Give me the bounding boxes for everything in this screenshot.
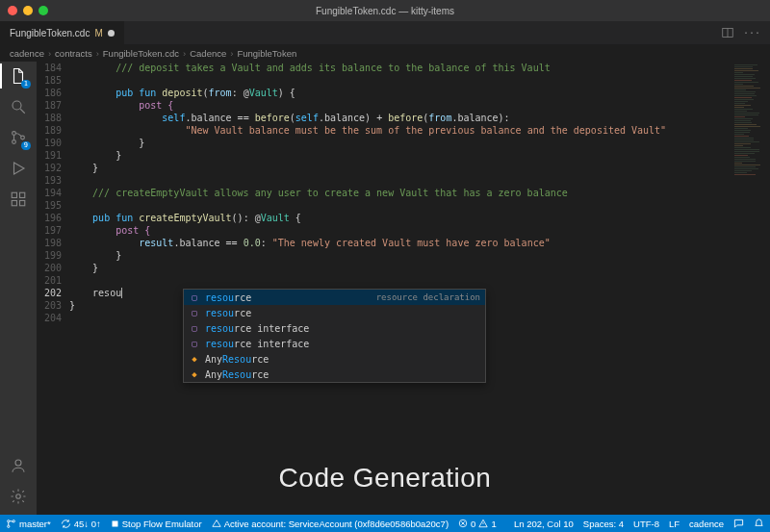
tab-bar: FungibleToken.cdc M ··· — [0, 21, 770, 44]
svg-point-2 — [13, 101, 21, 110]
status-bar: master* 45↓ 0↑ Stop Flow Emulator Active… — [0, 515, 770, 532]
line-number: 186 — [37, 87, 62, 99]
suggest-label: resource — [205, 291, 372, 304]
svg-rect-8 — [12, 192, 16, 197]
status-indentation[interactable]: Spaces: 4 — [583, 519, 624, 529]
text-cursor — [121, 288, 122, 298]
svg-point-4 — [13, 132, 16, 136]
breadcrumb-item[interactable]: contracts — [55, 48, 92, 59]
line-number: 203 — [37, 299, 62, 312]
suggest-label: AnyResource — [205, 353, 475, 366]
svg-rect-17 — [112, 520, 117, 526]
struct-icon: ◆ — [189, 353, 200, 365]
line-number: 197 — [37, 224, 62, 237]
line-number: 187 — [37, 99, 62, 112]
svg-point-6 — [21, 136, 25, 139]
struct-icon: ◆ — [189, 368, 200, 380]
suggest-item[interactable]: ▢resource — [184, 305, 485, 320]
svg-marker-7 — [14, 163, 25, 174]
line-number: 200 — [37, 262, 62, 274]
suggest-item[interactable]: ▢resource interface — [184, 336, 485, 351]
line-number: 204 — [37, 312, 62, 324]
suggest-label: resource — [205, 307, 475, 319]
breadcrumb-item[interactable]: FungibleToken.cdc — [103, 48, 179, 59]
more-actions-icon[interactable]: ··· — [743, 28, 760, 38]
line-number: 191 — [37, 149, 62, 162]
breadcrumb-item[interactable]: cadence — [10, 48, 44, 59]
svg-point-13 — [16, 494, 21, 499]
status-position[interactable]: Ln 202, Col 10 — [514, 519, 574, 529]
source-control-icon[interactable]: 9 — [10, 129, 27, 146]
status-branch[interactable]: master* — [6, 519, 51, 529]
svg-rect-9 — [20, 192, 25, 197]
titlebar: FungibleToken.cdc — kitty-items — [0, 0, 770, 21]
svg-rect-10 — [12, 201, 16, 206]
editor[interactable]: 1841851861871881891901911921931941951961… — [37, 62, 732, 515]
line-number: 194 — [37, 187, 62, 199]
line-number: 202 — [37, 287, 62, 299]
suggest-item[interactable]: ▢resource interface — [184, 320, 485, 336]
breadcrumb[interactable]: cadence› contracts› FungibleToken.cdc› C… — [0, 44, 770, 62]
overlay-caption: Code Generation — [0, 463, 770, 494]
svg-point-15 — [8, 525, 10, 527]
status-encoding[interactable]: UTF-8 — [633, 519, 659, 529]
suggest-detail: resource declaration — [376, 291, 480, 304]
status-task[interactable]: Stop Flow Emulator — [111, 519, 202, 529]
search-icon[interactable] — [10, 98, 27, 115]
line-number: 201 — [37, 274, 62, 287]
line-number: 193 — [37, 174, 62, 187]
tab-label: FungibleToken.cdc — [10, 28, 90, 38]
status-account[interactable]: Active account: ServiceAccount (0xf8d6e0… — [212, 519, 449, 529]
extensions-icon[interactable] — [10, 190, 27, 208]
suggest-item[interactable]: ◆AnyResource — [184, 351, 485, 367]
snippet-icon: ▢ — [189, 291, 200, 303]
breadcrumb-item[interactable]: FungibleToken — [237, 48, 296, 59]
snippet-icon: ▢ — [189, 307, 200, 318]
tab-fungibletoken[interactable]: FungibleToken.cdc M — [0, 21, 125, 44]
line-number: 190 — [37, 137, 62, 149]
svg-line-3 — [20, 109, 25, 114]
svg-point-5 — [13, 140, 16, 144]
explorer-badge: 1 — [21, 80, 31, 89]
breadcrumb-item[interactable]: Cadence — [190, 48, 226, 59]
line-number: 192 — [37, 162, 62, 174]
explorer-icon[interactable]: 1 — [10, 67, 27, 85]
line-number: 199 — [37, 249, 62, 262]
tab-dirty-icon — [108, 30, 115, 37]
suggest-label: AnyResource — [205, 368, 475, 381]
snippet-icon: ▢ — [189, 338, 200, 349]
line-number: 184 — [37, 62, 62, 74]
svg-point-14 — [8, 519, 10, 521]
suggest-item[interactable]: ▢resourceresource declaration — [184, 290, 485, 305]
status-language[interactable]: cadence — [689, 519, 724, 529]
code-content[interactable]: /// deposit takes a Vault and adds its b… — [69, 62, 732, 515]
line-number: 195 — [37, 199, 62, 212]
scm-badge: 9 — [21, 141, 31, 150]
suggest-label: resource interface — [205, 338, 475, 350]
line-number: 196 — [37, 212, 62, 224]
status-sync[interactable]: 45↓ 0↑ — [61, 519, 101, 529]
status-bell-icon[interactable] — [754, 519, 764, 529]
intellisense-popup[interactable]: ▢resourceresource declaration▢resource▢r… — [183, 289, 486, 383]
status-eol[interactable]: LF — [669, 519, 680, 529]
tab-modified-indicator: M — [94, 28, 102, 38]
line-number: 185 — [37, 74, 62, 87]
minimap[interactable] — [732, 62, 770, 515]
line-number: 189 — [37, 124, 62, 137]
activity-bar: 1 9 — [0, 62, 37, 515]
status-problems[interactable]: 0 1 — [458, 519, 497, 529]
suggest-item[interactable]: ◆AnyResource — [184, 367, 485, 382]
snippet-icon: ▢ — [189, 322, 200, 334]
line-number: 188 — [37, 112, 62, 124]
svg-rect-11 — [20, 201, 25, 206]
run-debug-icon[interactable] — [10, 160, 27, 177]
line-number: 198 — [37, 237, 62, 249]
line-number-gutter: 1841851861871881891901911921931941951961… — [37, 62, 69, 515]
window-title: FungibleToken.cdc — kitty-items — [0, 6, 770, 16]
split-editor-icon[interactable] — [722, 27, 733, 38]
status-feedback-icon[interactable] — [733, 519, 744, 529]
suggest-label: resource interface — [205, 322, 475, 335]
